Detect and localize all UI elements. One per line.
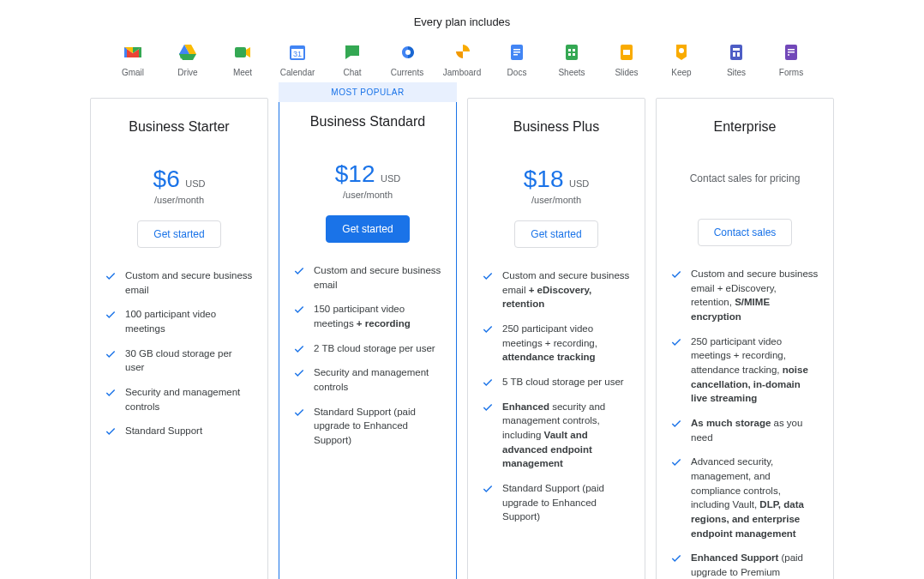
svg-rect-10 (513, 54, 518, 56)
currents-icon (397, 42, 417, 63)
plan-title: Enterprise (670, 119, 819, 135)
app-calendar: 31Calendar (280, 42, 315, 77)
feature-item: Enhanced security and management control… (482, 400, 631, 471)
get-started-button[interactable]: Get started (137, 220, 220, 248)
plan-title: Business Starter (105, 119, 254, 135)
check-icon (482, 270, 494, 282)
check-icon (293, 265, 305, 277)
feature-item: Standard Support (paid upgrade to Enhanc… (293, 405, 442, 448)
price-block: $12 USD/user/month (293, 160, 442, 200)
feature-item: 2 TB cloud storage per user (293, 341, 442, 356)
feature-item: 250 participant video meetings + recordi… (482, 322, 631, 365)
get-started-button[interactable]: Get started (326, 215, 409, 243)
feature-item: 150 participant video meetings + recordi… (293, 302, 442, 330)
feature-text: 250 participant video meetings + recordi… (502, 322, 631, 365)
feature-item: Custom and secure business email (105, 268, 254, 297)
price-per: /user/month (293, 190, 442, 200)
feature-text: 30 GB cloud storage per user (125, 347, 254, 375)
price: $6 (153, 166, 180, 192)
check-icon (670, 336, 682, 348)
app-sites: Sites (719, 42, 753, 77)
plan-business-plus: Business Plus$18 USD/user/monthGet start… (467, 98, 645, 579)
check-icon (670, 268, 682, 280)
feature-text: Standard Support (paid upgrade to Enhanc… (502, 481, 631, 524)
plan-enterprise: EnterpriseContact sales for pricingConta… (656, 98, 834, 579)
app-forms: Forms (774, 42, 808, 77)
app-docs: Docs (500, 42, 534, 77)
svg-rect-3 (235, 47, 246, 57)
check-icon (293, 407, 305, 419)
svg-rect-12 (568, 49, 571, 51)
check-icon (293, 367, 305, 379)
feature-text: 250 participant video meetings + recordi… (691, 335, 819, 406)
slides-icon (616, 42, 637, 63)
svg-rect-25 (788, 51, 795, 53)
feature-list: Custom and secure business email + eDisc… (482, 268, 631, 524)
gmail-icon (123, 42, 143, 63)
check-icon (670, 552, 682, 564)
feature-text: 150 participant video meetings + recordi… (314, 302, 442, 330)
app-label: Chat (343, 68, 361, 77)
popular-badge: MOST POPULAR (279, 82, 457, 102)
currency: USD (185, 178, 205, 189)
feature-text: 2 TB cloud storage per user (314, 341, 435, 356)
app-label: Calendar (280, 68, 315, 77)
feature-text: Advanced security, management, and compl… (691, 455, 819, 540)
calendar-icon: 31 (287, 42, 308, 63)
plan-business-standard: MOST POPULARBusiness Standard$12 USD/use… (279, 82, 457, 579)
meet-icon (232, 42, 253, 63)
svg-rect-21 (733, 52, 735, 57)
svg-rect-13 (573, 49, 575, 51)
get-started-button[interactable]: Get started (514, 220, 597, 248)
price-per: /user/month (482, 195, 631, 205)
app-gmail: Gmail (116, 42, 150, 77)
contact-sales-button[interactable]: Contact sales (698, 219, 793, 246)
apps-row: GmailDriveMeet31CalendarChatCurrentsJamb… (0, 42, 924, 98)
feature-list: Custom and secure business email + eDisc… (670, 267, 819, 579)
svg-rect-8 (513, 49, 520, 51)
feature-text: 100 participant video meetings (125, 307, 254, 335)
feature-text: 5 TB cloud storage per user (502, 375, 624, 389)
svg-rect-24 (788, 49, 795, 51)
currency: USD (381, 173, 400, 184)
check-icon (293, 343, 305, 355)
feature-item: 100 participant video meetings (105, 307, 254, 335)
app-currents: Currents (390, 42, 424, 77)
app-label: Keep (671, 68, 691, 77)
check-icon (670, 456, 682, 468)
feature-text: Custom and secure business email + eDisc… (502, 268, 631, 311)
check-icon (105, 309, 117, 321)
feature-text: As much storage as you need (691, 416, 819, 444)
docs-icon (507, 42, 527, 63)
price-per: /user/month (105, 195, 254, 205)
currency: USD (569, 178, 589, 189)
feature-item: Standard Support (paid upgrade to Enhanc… (482, 481, 631, 524)
feature-text: Standard Support (125, 424, 202, 438)
app-chat: Chat (335, 42, 369, 77)
contact-pricing-text: Contact sales for pricing (670, 172, 819, 184)
plans-row: Business Starter$6 USD/user/monthGet sta… (0, 98, 924, 579)
feature-item: 5 TB cloud storage per user (482, 375, 631, 389)
svg-rect-17 (623, 50, 630, 55)
feature-text: Enhanced security and management control… (502, 400, 631, 471)
feature-item: Standard Support (105, 424, 254, 438)
check-icon (105, 387, 117, 399)
svg-text:31: 31 (293, 50, 302, 58)
plan-business-starter: Business Starter$6 USD/user/monthGet sta… (90, 98, 268, 579)
plan-title: Business Standard (293, 114, 442, 130)
jamboard-icon (452, 42, 472, 63)
feature-item: 250 participant video meetings + recordi… (670, 335, 819, 406)
check-icon (482, 323, 494, 335)
feature-item: As much storage as you need (670, 416, 819, 444)
app-label: Drive (177, 68, 197, 77)
svg-rect-11 (566, 45, 578, 60)
app-label: Docs (507, 68, 527, 77)
svg-rect-20 (733, 48, 740, 51)
app-label: Gmail (122, 68, 144, 77)
svg-rect-9 (513, 51, 520, 53)
feature-text: Security and management controls (125, 385, 254, 413)
app-label: Currents (391, 68, 423, 77)
app-drive: Drive (171, 42, 205, 77)
feature-text: Custom and secure business email + eDisc… (691, 267, 819, 324)
check-icon (105, 425, 117, 437)
